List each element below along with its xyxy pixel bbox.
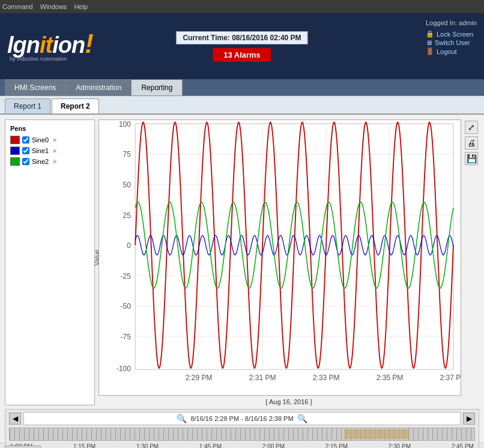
pen-sine1-color [10, 147, 20, 155]
pen-sine2-label: Sine2 [32, 158, 49, 165]
header: lgnition! by Inductive Automation Curren… [0, 13, 484, 79]
svg-text:2:35 PM: 2:35 PM [377, 374, 404, 382]
logout-icon: 🚪 [426, 47, 434, 55]
logout-link[interactable]: 🚪 Logout [426, 47, 457, 55]
svg-text:0: 0 [127, 241, 131, 250]
pen-sine1-remove[interactable]: ✕ [52, 148, 57, 154]
svg-text:50: 50 [123, 181, 132, 189]
zoom-out-icon[interactable]: 🔍 [177, 414, 187, 423]
logo-text: lgnition! [7, 31, 93, 58]
switch-user-link[interactable]: 🖥 Switch User [426, 39, 470, 46]
timeline-range-display: 🔍 8/16/16 2:28 PM - 8/16/16 2:38 PM 🔍 [23, 412, 461, 425]
nav-tabs: HMI Screens Administration Reporting [0, 79, 484, 96]
svg-text:25: 25 [123, 211, 132, 220]
pen-sine0-remove[interactable]: ✕ [52, 137, 57, 144]
pen-sine0-color [10, 136, 20, 144]
legend: Pens Sine0 ✕ Sine1 ✕ Sine2 ✕ [5, 120, 95, 405]
apply-button[interactable]: Apply [5, 446, 41, 448]
tl-label-2: 1:30 PM [136, 443, 159, 448]
logo-subtitle: by Inductive Automation [10, 56, 93, 62]
switch-user-icon: 🖥 [426, 39, 432, 46]
tl-label-5: 2:15 PM [325, 443, 348, 448]
report-tab-2[interactable]: Report 2 [52, 98, 99, 114]
x-axis-label: [ Aug 16, 2016 ] [98, 398, 479, 405]
pen-sine0-label: Sine0 [32, 136, 49, 144]
menu-command[interactable]: Command [2, 3, 33, 10]
save-chart-button[interactable]: 💾 [465, 152, 478, 165]
timeline-bar[interactable] [9, 428, 475, 441]
pen-sine2-remove[interactable]: ✕ [52, 159, 57, 165]
chart-with-icons: Value [98, 120, 479, 396]
chart-wrapper: Value [98, 120, 461, 396]
svg-text:-50: -50 [121, 302, 132, 310]
timeline-right-button[interactable]: ▶ [463, 413, 475, 425]
timeline-left-button[interactable]: ◀ [9, 413, 21, 425]
svg-text:100: 100 [119, 120, 131, 129]
menubar: Command Windows Help [0, 0, 484, 13]
pen-sine0-checkbox[interactable] [22, 136, 29, 144]
pen-sine2: Sine2 ✕ [10, 157, 89, 166]
tl-label-1: 1:15 PM [73, 443, 95, 448]
tl-label-7: 2:45 PM [452, 443, 474, 448]
tl-label-4: 2:00 PM [262, 443, 285, 448]
tab-administration[interactable]: Administration [66, 79, 132, 95]
menu-help[interactable]: Help [74, 3, 88, 10]
main-content: Pens Sine0 ✕ Sine1 ✕ Sine2 ✕ [0, 115, 484, 443]
print-chart-button[interactable]: 🖨 [465, 136, 478, 150]
svg-text:-25: -25 [121, 272, 132, 280]
report-tabs: Report 1 Report 2 [0, 96, 484, 115]
svg-text:2:37 PM: 2:37 PM [440, 374, 461, 382]
svg-text:2:29 PM: 2:29 PM [186, 374, 213, 382]
svg-text:-100: -100 [116, 365, 131, 373]
timeline-top: ◀ 🔍 8/16/16 2:28 PM - 8/16/16 2:38 PM 🔍 … [9, 412, 475, 425]
tab-hmi-screens[interactable]: HMI Screens [5, 79, 66, 95]
timeline-range-text: 8/16/16 2:28 PM - 8/16/16 2:38 PM [190, 415, 293, 422]
pen-sine1: Sine1 ✕ [10, 147, 89, 155]
pen-sine1-checkbox[interactable] [22, 147, 29, 154]
svg-text:2:33 PM: 2:33 PM [313, 374, 340, 382]
pen-sine2-color [10, 157, 20, 166]
tl-label-3: 1:45 PM [199, 443, 222, 448]
chart-right: Value [98, 120, 479, 405]
report-tab-1[interactable]: Report 1 [5, 98, 50, 114]
svg-text:-75: -75 [121, 333, 132, 341]
zoom-in-icon[interactable]: 🔍 [297, 414, 307, 423]
pen-sine1-label: Sine1 [32, 147, 49, 154]
center-header: Current Time: 08/16/2016 02:40 PM 13 Ala… [176, 31, 307, 62]
tab-reporting[interactable]: Reporting [132, 79, 183, 95]
logo-area: lgnition! by Inductive Automation [7, 31, 93, 62]
lock-screen-link[interactable]: 🔒 Lock Screen [426, 30, 473, 38]
y-axis-label: Value [93, 249, 100, 265]
menu-windows[interactable]: Windows [40, 3, 67, 10]
user-area: Logged In: admin 🔒 Lock Screen 🖥 Switch … [426, 19, 477, 55]
logged-in-label: Logged In: admin [426, 19, 477, 26]
svg-text:75: 75 [123, 150, 132, 159]
current-time: Current Time: 08/16/2016 02:40 PM [176, 31, 307, 44]
svg-text:2:31 PM: 2:31 PM [249, 374, 276, 382]
pen-sine0: Sine0 ✕ [10, 136, 89, 144]
alarms-button[interactable]: 13 Alarms [213, 48, 271, 62]
legend-title: Pens [10, 125, 89, 132]
chart-svg: 100 75 50 25 0 -25 -50 -75 -100 2:29 PM … [99, 120, 461, 395]
timeline-labels: 1:00 PM 1:15 PM 1:30 PM 1:45 PM 2:00 PM … [9, 443, 475, 448]
expand-chart-button[interactable]: ⤢ [465, 121, 478, 134]
tl-label-6: 2:30 PM [389, 443, 411, 448]
lock-icon: 🔒 [426, 30, 434, 38]
pen-sine2-checkbox[interactable] [22, 158, 29, 165]
chart-icons: ⤢ 🖨 💾 [464, 120, 479, 396]
timeline-controls: ◀ 🔍 8/16/16 2:28 PM - 8/16/16 2:38 PM 🔍 … [5, 409, 479, 448]
timeline-selection[interactable] [344, 429, 409, 439]
chart-container: Pens Sine0 ✕ Sine1 ✕ Sine2 ✕ [5, 120, 479, 405]
